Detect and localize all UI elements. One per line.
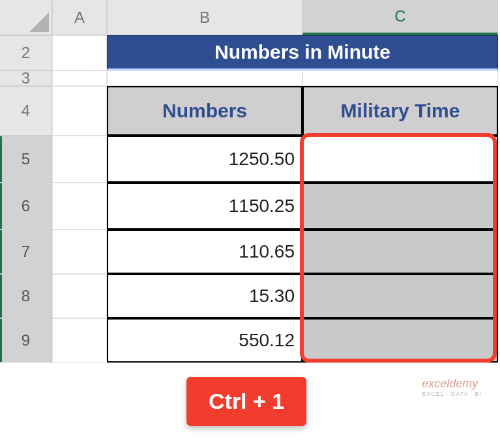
cell-C9[interactable] xyxy=(302,318,498,363)
row-header-3[interactable]: 3 xyxy=(0,70,52,86)
cell-B7[interactable]: 110.65 xyxy=(107,230,302,274)
watermark-tagline: EXCEL · DATA · BI xyxy=(422,391,482,397)
cell-A3[interactable] xyxy=(52,70,107,86)
cell-B8[interactable]: 15.30 xyxy=(107,274,302,318)
col-header-C[interactable]: C xyxy=(302,0,498,35)
cell-A5[interactable] xyxy=(52,136,107,183)
table-header-numbers: Numbers xyxy=(107,86,302,136)
cell-A6[interactable] xyxy=(52,183,107,230)
spreadsheet-grid: A B C 2 Numbers in Minute 3 4 Numbers Mi… xyxy=(0,0,500,363)
row-header-6[interactable]: 6 xyxy=(0,183,52,230)
watermark-brand: exceldemy xyxy=(422,377,478,390)
table-header-military: Military Time xyxy=(302,86,498,136)
select-all-corner[interactable] xyxy=(0,0,52,35)
watermark: exceldemy EXCEL · DATA · BI xyxy=(422,377,482,397)
cell-A4[interactable] xyxy=(52,86,107,136)
cell-B5[interactable]: 1250.50 xyxy=(107,136,302,183)
cell-B9[interactable]: 550.12 xyxy=(107,318,302,363)
row-header-5[interactable]: 5 xyxy=(0,136,52,183)
col-header-A[interactable]: A xyxy=(52,0,107,35)
cell-A8[interactable] xyxy=(52,274,107,318)
cell-C3[interactable] xyxy=(302,70,498,86)
cell-C7[interactable] xyxy=(302,230,498,274)
cell-A9[interactable] xyxy=(52,318,107,363)
row-header-4[interactable]: 4 xyxy=(0,86,52,136)
cell-A7[interactable] xyxy=(52,230,107,274)
row-header-9[interactable]: 9 xyxy=(0,318,52,363)
keyboard-shortcut-badge: Ctrl + 1 xyxy=(186,377,306,426)
row-header-2[interactable]: 2 xyxy=(0,35,52,70)
cell-B6[interactable]: 1150.25 xyxy=(107,183,302,230)
cell-C6[interactable] xyxy=(302,183,498,230)
col-header-B[interactable]: B xyxy=(107,0,302,35)
row-header-8[interactable]: 8 xyxy=(0,274,52,318)
title-bar: Numbers in Minute xyxy=(107,35,498,70)
cell-A2[interactable] xyxy=(52,35,107,70)
cell-C5[interactable] xyxy=(302,136,498,183)
row-header-7[interactable]: 7 xyxy=(0,230,52,274)
cell-B3[interactable] xyxy=(107,70,302,86)
cell-C8[interactable] xyxy=(302,274,498,318)
